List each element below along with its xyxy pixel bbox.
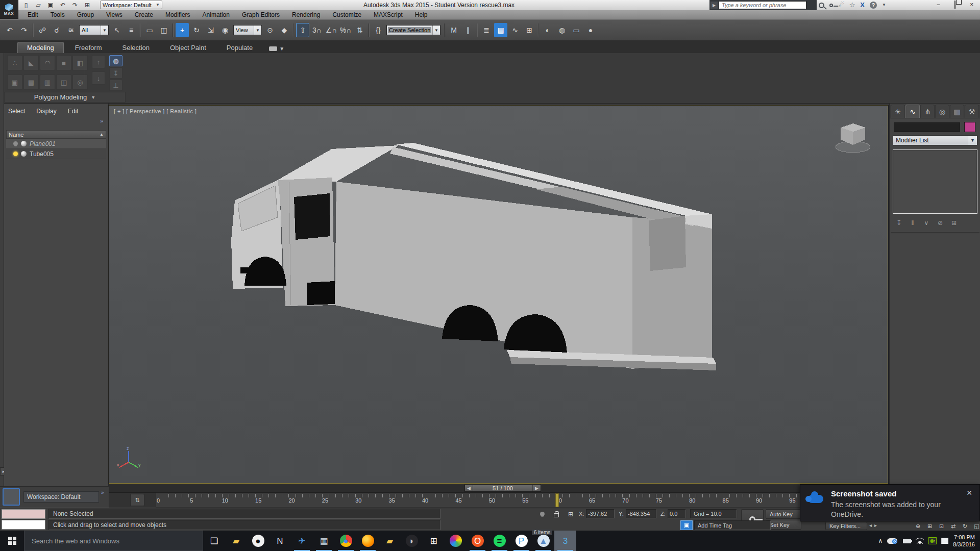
workspace-selector[interactable]: Workspace: Default ▼ [100,1,162,9]
tab-modeling[interactable]: Modeling [17,42,64,53]
layer-manager-button[interactable]: ≣ [480,23,493,37]
reference-coordinate-system-dropdown[interactable]: View ▼ [233,25,262,35]
exchange-apps-icon[interactable]: X [860,0,865,10]
tray-chevron-icon[interactable]: ∧ [878,537,883,544]
scene-object-row[interactable]: Plane001 [6,139,106,149]
name-column-header[interactable]: Name ▲ [6,130,106,139]
border-mode-button[interactable]: ◠ [40,55,55,70]
keyword-search-input[interactable]: Type a keyword or phrase [719,1,806,9]
pan-button[interactable]: ⇄ [949,522,958,530]
maxscript-mini-listener[interactable] [2,520,45,530]
modifier-down-button[interactable]: ↓ [92,71,105,85]
help-icon[interactable]: ? [870,2,877,9]
bind-to-spacewarp-button[interactable]: ≋ [64,23,78,37]
create-tab[interactable]: ☀ [891,105,905,118]
object-name-field[interactable] [894,122,960,132]
firefox-icon[interactable] [357,531,379,551]
workspace-overflow-chevron[interactable]: » [101,490,104,495]
nvidia-tray-icon[interactable]: ◉! [928,537,937,544]
spinner-snap-button[interactable]: ⇅ [353,23,366,37]
y-coordinate-field[interactable]: -848.354 [626,509,656,518]
next-key-button[interactable]: ▸ [874,522,877,528]
align-button[interactable]: ∥ [461,23,475,37]
soft-selection-button[interactable]: ◎ [72,74,88,90]
viewport-layout-tabs-button[interactable] [3,488,20,506]
drag-poly-tool-button[interactable]: ▣ [7,74,22,90]
communication-center-icon[interactable]: ☄ [838,0,844,10]
menu-item-select[interactable]: Select [8,108,25,115]
file-explorer-icon[interactable]: ▰ [225,531,247,551]
project-folder-button[interactable]: ⊞ [82,1,93,10]
onedrive-notification-toast[interactable]: Screenshot saved The screenshot was adde… [800,484,980,521]
object-color-swatch[interactable] [964,122,975,132]
modifier-stack[interactable] [893,149,977,214]
key-filters-button[interactable]: Key Filters... [825,522,867,530]
application-menu-button[interactable]: MAX [0,0,18,19]
modify-tab[interactable]: ∿ [905,105,920,118]
action-center-icon[interactable] [941,538,948,544]
edit-cage-button[interactable]: ◫ [56,74,71,90]
media-pinwheel-icon[interactable] [445,531,467,551]
select-object-button[interactable]: ↖ [110,23,124,37]
windows-store-icon[interactable]: ⊞ [423,531,445,551]
battery-icon[interactable] [903,539,911,543]
z-coordinate-field[interactable]: 0.0 [668,509,686,518]
menu-item-edit[interactable]: Edit [68,108,79,115]
documents-folder-icon[interactable]: ▰ [379,531,401,551]
sign-in-key-icon[interactable] [829,4,833,7]
set-key-button[interactable]: Set Key [766,520,801,530]
maximize-viewport-button[interactable]: ◱ [972,522,980,530]
xplane-icon[interactable]: ✈ [291,531,313,551]
perspective-viewport[interactable]: [ + ] [ Perspective ] [ Realistic ] [109,106,888,484]
taskbar-search-input[interactable]: Search the web and Windows [24,531,203,551]
visibility-bulb-icon[interactable] [13,141,18,146]
menu-item-views[interactable]: Views [100,10,129,19]
motion-tab[interactable]: ◎ [935,105,949,118]
time-slider-handle[interactable]: ◀ 51 / 100 ▶ [464,484,541,492]
selection-filter-dropdown[interactable]: All ▼ [79,25,109,35]
menu-item-tools[interactable]: Tools [44,10,71,19]
drag-edge-tool-button[interactable]: ▤ [23,74,39,90]
start-button[interactable] [0,531,24,551]
menu-item-customize[interactable]: Customize [326,10,368,19]
select-and-scale-button[interactable]: ⇲ [204,23,217,37]
track-bar-ruler[interactable]: 0510152025303540455055606570758085909510… [156,493,888,508]
menu-item-create[interactable]: Create [129,10,159,19]
polygon-modeling-panel-header[interactable]: Polygon Modeling ▼ [4,92,126,103]
mediamonkey-icon[interactable]: ◗ [401,531,423,551]
scene-object-row[interactable]: Tube005 [6,149,106,159]
rectangular-selection-button[interactable]: ▭ [143,23,156,37]
utilities-tab[interactable]: ⚒ [965,105,979,118]
toggle-interface-button[interactable]: ◍ [109,55,122,66]
rendered-frame-button[interactable]: ▭ [570,23,583,37]
close-icon[interactable]: ✕ [966,489,972,497]
menu-item-group[interactable]: Group [71,10,100,19]
ribbon-overflow-button[interactable]: ▼ [264,44,289,53]
scene-explorer-overflow-chevron[interactable]: » [100,118,103,124]
modifier-up-button[interactable]: ↑ [92,55,105,68]
visibility-bulb-icon[interactable] [13,152,18,156]
pin-panel-button[interactable]: ↧ [109,67,122,79]
select-and-rotate-button[interactable]: ↻ [190,23,203,37]
add-time-tag-field[interactable]: Add Time Tag [694,520,771,530]
taskbar-clock[interactable]: 7:08 PM 8/3/2016 [953,534,975,548]
material-editor-button[interactable]: ◐ [541,23,554,37]
redo-button[interactable]: ↷ [17,23,31,37]
percent-snap-button[interactable]: %∩ [339,23,352,37]
display-tab[interactable]: ▦ [950,105,964,118]
drag-vert-tool-button[interactable]: ▥ [40,74,55,90]
zoom-button[interactable]: ⊕ [914,522,922,530]
named-selection-sets-button[interactable]: {} [372,23,385,37]
minimize-button[interactable]: − [930,0,947,10]
make-unique-button[interactable]: ∨ [920,218,933,228]
time-slider-track[interactable]: ◀ 51 / 100 ▶ [109,484,888,493]
menu-item-modifiers[interactable]: Modifiers [159,10,197,19]
viewcube[interactable] [827,116,878,159]
menu-item-rendering[interactable]: Rendering [286,10,326,19]
menu-item-graph-editors[interactable]: Graph Editors [236,10,286,19]
render-setup-button[interactable]: ◍ [555,23,569,37]
undo-button[interactable]: ↶ [3,23,16,37]
auto-key-button[interactable]: Auto Key [766,509,801,519]
menu-item-maxscript[interactable]: MAXScript [368,10,409,19]
vertex-mode-button[interactable]: ∴ [7,55,22,70]
